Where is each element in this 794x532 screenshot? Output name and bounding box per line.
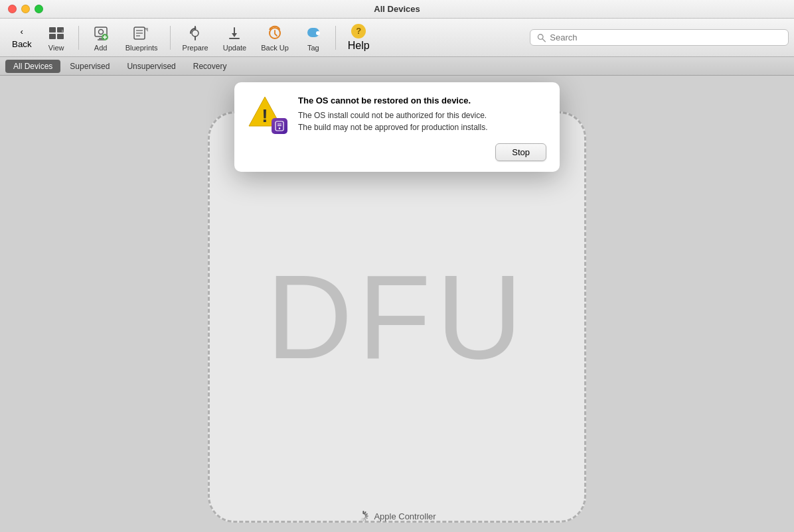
- tag-label: Tag: [307, 44, 319, 52]
- update-label: Update: [223, 44, 246, 52]
- update-button[interactable]: Update: [216, 21, 253, 54]
- svg-point-6: [98, 29, 103, 34]
- svg-point-25: [538, 34, 543, 39]
- help-label: Help: [348, 40, 370, 52]
- alert-body: ! The OS c: [248, 96, 546, 135]
- window-title: All Devices: [374, 4, 420, 14]
- stop-button[interactable]: Stop: [495, 143, 546, 161]
- maximize-button[interactable]: [35, 5, 43, 13]
- main-content: DFU Apple Controller: [0, 76, 794, 532]
- svg-point-17: [192, 30, 198, 36]
- view-label: View: [48, 44, 64, 52]
- back-button[interactable]: ‹ Back: [5, 24, 39, 52]
- alert-title: The OS cannot be restored on this device…: [298, 96, 546, 105]
- back-icon: ‹: [21, 27, 23, 36]
- tab-unsupervised[interactable]: Unsupervised: [119, 60, 183, 73]
- tab-supervised[interactable]: Supervised: [62, 60, 118, 73]
- toolbar-separator-2: [170, 26, 171, 50]
- search-icon: [537, 33, 546, 42]
- toolbar: ‹ Back View: [0, 19, 794, 57]
- alert-text: The OS cannot be restored on this device…: [298, 96, 546, 133]
- tag-icon: [304, 24, 323, 42]
- backup-icon: [266, 24, 284, 42]
- prepare-label: Prepare: [183, 44, 208, 52]
- search-input[interactable]: [550, 33, 781, 42]
- view-icon: [47, 24, 66, 42]
- blueprints-button[interactable]: Blueprints: [119, 21, 165, 54]
- alert-actions: Stop: [248, 143, 546, 161]
- prepare-button[interactable]: Prepare: [176, 21, 215, 54]
- svg-marker-19: [232, 33, 237, 37]
- svg-text:!: !: [262, 105, 268, 126]
- add-button[interactable]: Add: [84, 21, 118, 54]
- tag-button[interactable]: Tag: [297, 21, 330, 54]
- svg-point-24: [316, 31, 320, 35]
- close-button[interactable]: [8, 5, 17, 13]
- prepare-icon: [186, 24, 204, 42]
- toolbar-separator-1: [78, 26, 79, 50]
- alert-message: The OS install could not be authorized f…: [298, 109, 546, 133]
- title-bar: All Devices: [0, 0, 794, 19]
- blueprints-label: Blueprints: [125, 44, 158, 52]
- alert-icon-wrap: !: [248, 96, 287, 135]
- svg-point-38: [279, 127, 280, 129]
- help-button[interactable]: ? Help: [341, 21, 376, 54]
- svg-rect-2: [49, 34, 56, 39]
- tab-recovery[interactable]: Recovery: [185, 60, 235, 73]
- update-icon: [225, 24, 244, 42]
- help-icon: ?: [351, 24, 366, 38]
- blueprints-icon: [132, 24, 151, 42]
- svg-rect-0: [49, 27, 56, 33]
- backup-button[interactable]: Back Up: [254, 21, 295, 54]
- device-overlay-icon: [272, 118, 287, 134]
- add-label: Add: [94, 44, 108, 52]
- tab-all-devices[interactable]: All Devices: [5, 60, 60, 73]
- svg-marker-18: [194, 27, 197, 29]
- alert-dialog: ! The OS c: [234, 82, 560, 172]
- minimize-button[interactable]: [21, 5, 30, 13]
- search-bar[interactable]: [530, 29, 789, 46]
- toolbar-separator-3: [335, 26, 336, 50]
- add-icon: [92, 24, 110, 42]
- alert-overlay: ! The OS c: [0, 76, 794, 532]
- backup-label: Back Up: [261, 44, 289, 52]
- back-label: Back: [12, 39, 32, 49]
- svg-line-26: [543, 38, 546, 41]
- view-button[interactable]: View: [40, 21, 73, 54]
- svg-rect-3: [57, 34, 64, 39]
- tab-bar: All Devices Supervised Unsupervised Reco…: [0, 57, 794, 76]
- traffic-lights: [8, 5, 43, 13]
